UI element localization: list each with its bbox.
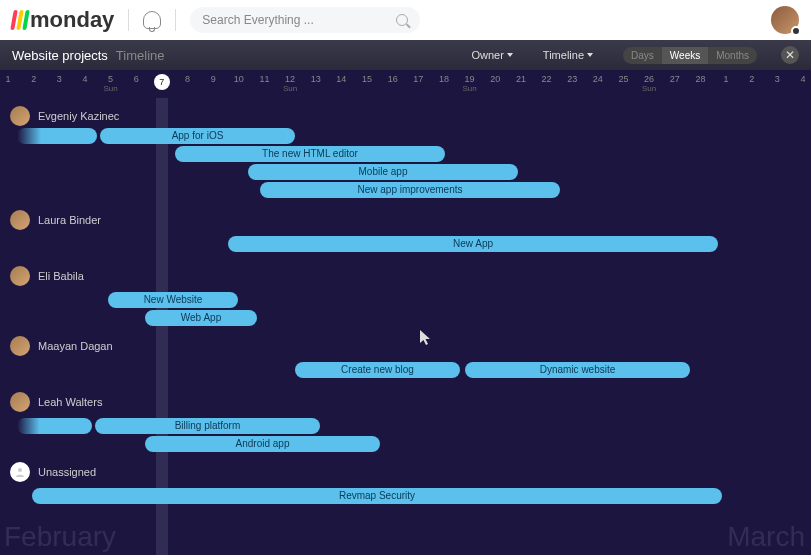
person-avatar: [10, 392, 30, 412]
person-row: Laura Binder: [0, 208, 811, 232]
zoom-toggle: DaysWeeksMonths: [623, 47, 757, 64]
timeline-bar[interactable]: Billing platform: [95, 418, 320, 434]
date-cell: 1: [5, 74, 10, 84]
timeline-bar[interactable]: New Website: [108, 292, 238, 308]
timeline-group: UnassignedRevmap Security: [0, 460, 811, 514]
person-avatar: [10, 336, 30, 356]
timeline-group: Laura BinderNew App: [0, 208, 811, 262]
divider: [128, 9, 129, 31]
status-indicator-icon: [791, 26, 801, 36]
date-cell: 9: [211, 74, 216, 84]
timeline-group: Leah WaltersBilling platformAndroid app: [0, 390, 811, 458]
zoom-option-months[interactable]: Months: [708, 47, 757, 64]
search-input[interactable]: Search Everything ...: [190, 7, 420, 33]
date-cell: 24: [593, 74, 603, 84]
date-cell: 21: [516, 74, 526, 84]
person-avatar: [10, 210, 30, 230]
person-row: Maayan Dagan: [0, 334, 811, 358]
date-cell: 8: [185, 74, 190, 84]
date-cell: 20: [490, 74, 500, 84]
scale-selector[interactable]: Timeline: [543, 49, 593, 61]
month-label-left: February: [4, 521, 116, 553]
timeline-bar[interactable]: Create new blog: [295, 362, 460, 378]
person-name: Unassigned: [38, 466, 96, 478]
search-placeholder: Search Everything ...: [202, 13, 396, 27]
zoom-option-days[interactable]: Days: [623, 47, 662, 64]
date-cell: 3: [57, 74, 62, 84]
timeline-bar[interactable]: Web App: [145, 310, 257, 326]
timeline-group: Maayan DaganCreate new blogDynamic websi…: [0, 334, 811, 388]
timeline-bar[interactable]: The new HTML editor: [175, 146, 445, 162]
date-cell: 2: [31, 74, 36, 84]
date-cell: 26Sun: [642, 74, 656, 93]
person-row: Unassigned: [0, 460, 811, 484]
person-name: Leah Walters: [38, 396, 102, 408]
person-avatar: [10, 106, 30, 126]
date-cell: 22: [542, 74, 552, 84]
chevron-down-icon: [507, 53, 513, 57]
date-cell: 4: [82, 74, 87, 84]
timeline-bar[interactable]: App for iOS: [100, 128, 295, 144]
timeline-bar[interactable]: [17, 418, 92, 434]
timeline-bar[interactable]: Revmap Security: [32, 488, 722, 504]
app-name: monday: [30, 7, 114, 33]
user-avatar[interactable]: [771, 6, 799, 34]
logo-stripes-icon: [12, 10, 28, 30]
date-cell: 4: [800, 74, 805, 84]
chevron-down-icon: [587, 53, 593, 57]
notifications-icon[interactable]: [143, 11, 161, 29]
person-name: Laura Binder: [38, 214, 101, 226]
svg-point-0: [18, 468, 22, 472]
person-row: Leah Walters: [0, 390, 811, 414]
search-icon: [396, 14, 408, 26]
month-label-right: March: [727, 521, 805, 553]
timeline-bar[interactable]: New App: [228, 236, 718, 252]
divider: [175, 9, 176, 31]
timeline-group: Evgeniy KazinecApp for iOSThe new HTML e…: [0, 104, 811, 206]
person-row: Evgeniy Kazinec: [0, 104, 811, 128]
group-by-selector[interactable]: Owner: [471, 49, 512, 61]
app-logo[interactable]: monday: [12, 7, 114, 33]
person-name: Maayan Dagan: [38, 340, 113, 352]
board-subtitle: Timeline: [116, 48, 165, 63]
date-cell: 2: [749, 74, 754, 84]
date-cell: 11: [259, 74, 269, 84]
person-name: Evgeniy Kazinec: [38, 110, 119, 122]
timeline-group: Eli BabilaNew WebsiteWeb App: [0, 264, 811, 332]
person-row: Eli Babila: [0, 264, 811, 288]
date-cell: 13: [311, 74, 321, 84]
board-title: Website projects: [12, 48, 108, 63]
date-cell: 18: [439, 74, 449, 84]
date-axis: 12345Sun6789101112Sun13141516171819Sun20…: [0, 70, 811, 98]
date-cell: 12Sun: [283, 74, 297, 93]
timeline-bar[interactable]: Mobile app: [248, 164, 518, 180]
date-cell: 23: [567, 74, 577, 84]
date-cell: 5Sun: [103, 74, 117, 93]
timeline-bar[interactable]: Dynamic website: [465, 362, 690, 378]
timeline-bar[interactable]: [17, 128, 97, 144]
date-cell: 1: [724, 74, 729, 84]
timeline-bar[interactable]: New app improvements: [260, 182, 560, 198]
date-cell: 17: [413, 74, 423, 84]
date-cell: 14: [336, 74, 346, 84]
date-cell: 7: [154, 74, 170, 90]
date-cell: 27: [670, 74, 680, 84]
date-cell: 3: [775, 74, 780, 84]
close-button[interactable]: ✕: [781, 46, 799, 64]
date-cell: 28: [695, 74, 705, 84]
person-avatar: [10, 266, 30, 286]
date-cell: 25: [618, 74, 628, 84]
date-cell: 6: [134, 74, 139, 84]
timeline-bar[interactable]: Android app: [145, 436, 380, 452]
unassigned-icon: [10, 462, 30, 482]
date-cell: 10: [234, 74, 244, 84]
person-name: Eli Babila: [38, 270, 84, 282]
zoom-option-weeks[interactable]: Weeks: [662, 47, 708, 64]
date-cell: 15: [362, 74, 372, 84]
date-cell: 19Sun: [462, 74, 476, 93]
date-cell: 16: [388, 74, 398, 84]
